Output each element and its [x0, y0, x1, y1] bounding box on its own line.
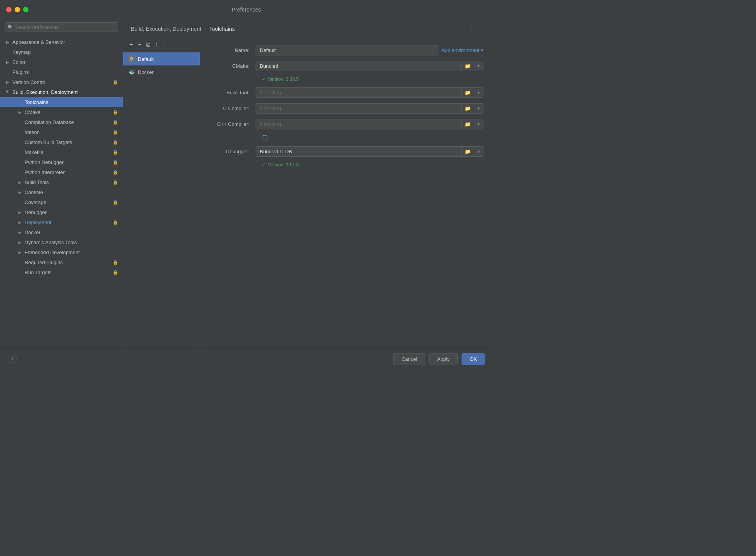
- config-cpp-compiler-select[interactable]: Detecting... 📁 ▾: [256, 119, 483, 129]
- sidebar-item-cmake[interactable]: ▶ CMake 🔒: [0, 107, 123, 117]
- config-build-tool-placeholder: Detecting...: [256, 88, 461, 97]
- sidebar-item-label: CMake: [25, 109, 113, 115]
- add-toolchain-button[interactable]: +: [128, 40, 134, 49]
- sidebar-item-run-targets[interactable]: ▶ Run Targets 🔒: [0, 267, 123, 277]
- remove-toolchain-button[interactable]: −: [136, 40, 142, 49]
- sidebar-item-makefile[interactable]: ▶ Makefile 🔒: [0, 147, 123, 157]
- move-up-toolchain-button[interactable]: ↑: [153, 40, 159, 49]
- expand-arrow-editor: ▶: [5, 59, 11, 65]
- sidebar-item-debugger[interactable]: ▶ Debugger: [0, 207, 123, 217]
- expand-arrow-build-tools: ▶: [17, 179, 23, 185]
- dropdown-arrow-icon[interactable]: ▾: [474, 104, 483, 113]
- sidebar-item-editor[interactable]: ▶ Editor: [0, 57, 123, 67]
- nav-forward-icon[interactable]: →: [479, 25, 485, 32]
- config-panel: Name: Add environment ▾ CMake: Bundled 📁…: [200, 37, 493, 348]
- sidebar-item-console[interactable]: ▶ Console: [0, 187, 123, 197]
- sidebar-item-label: Debugger: [25, 209, 118, 215]
- config-build-tool-select[interactable]: Detecting... 📁 ▾: [256, 87, 483, 98]
- expand-arrow-deployment: ▶: [17, 219, 23, 225]
- bottom-bar: ? Cancel Apply OK: [0, 348, 493, 370]
- sidebar-item-label: Appearance & Behavior: [12, 39, 118, 45]
- folder-icon[interactable]: 📁: [461, 104, 474, 113]
- move-down-toolchain-button[interactable]: ↓: [161, 40, 167, 49]
- sidebar-item-label: Meson: [25, 129, 113, 135]
- title-bar: Preferences: [0, 0, 493, 19]
- copy-toolchain-button[interactable]: ⧉: [144, 40, 152, 49]
- folder-icon[interactable]: 📁: [461, 61, 474, 71]
- minimize-button[interactable]: [15, 7, 20, 12]
- sidebar-item-plugins[interactable]: ▶ Plugins: [0, 67, 123, 77]
- help-button[interactable]: ?: [8, 355, 17, 364]
- folder-icon[interactable]: 📁: [461, 88, 474, 97]
- config-build-tool-label: Build Tool:: [209, 90, 256, 95]
- sidebar-item-dynamic-analysis[interactable]: ▶ Dynamic Analysis Tools: [0, 237, 123, 247]
- sidebar-item-label: Makefile: [25, 149, 113, 155]
- toolchain-entry-default[interactable]: ⚙ Default: [123, 52, 200, 65]
- sidebar-item-embedded-development[interactable]: ▶ Embedded Development: [0, 247, 123, 257]
- sidebar-item-version-control[interactable]: ▶ Version Control 🔒: [0, 77, 123, 87]
- config-c-compiler-label: C Compiler:: [209, 106, 256, 111]
- lock-icon: 🔒: [113, 80, 118, 85]
- lock-icon: 🔒: [113, 270, 118, 275]
- config-c-compiler-select[interactable]: Detecting... 📁 ▾: [256, 103, 483, 114]
- sidebar-item-label: Embedded Development: [25, 250, 118, 255]
- sidebar-item-deployment[interactable]: ▶ Deployment 🔒: [0, 217, 123, 227]
- sidebar-item-label: Required Plugins: [25, 260, 113, 265]
- sidebar-item-build-execution[interactable]: ▶ Build, Execution, Deployment: [0, 87, 123, 97]
- sidebar-item-label: Plugins: [12, 69, 118, 75]
- sidebar: 🔍 ▶ Appearance & Behavior ▶ Keymap ▶ Edi…: [0, 19, 123, 348]
- apply-button[interactable]: Apply: [429, 353, 458, 365]
- sidebar-item-python-debugger[interactable]: ▶ Python Debugger 🔒: [0, 157, 123, 167]
- config-debugger-version: ✓ Version: 19.1.3: [209, 162, 483, 167]
- maximize-button[interactable]: [23, 7, 28, 12]
- config-cmake-value: Bundled: [256, 61, 461, 71]
- lock-icon: 🔒: [113, 200, 118, 205]
- sidebar-item-custom-build-targets[interactable]: ▶ Custom Build Targets 🔒: [0, 137, 123, 147]
- toolchain-entry-docker[interactable]: 🐳 Docker: [123, 65, 200, 79]
- expand-arrow-appearance: ▶: [5, 39, 11, 45]
- check-icon: ✓: [262, 77, 266, 82]
- nav-back-icon[interactable]: ←: [470, 25, 476, 32]
- sidebar-item-meson[interactable]: ▶ Meson 🔒: [0, 127, 123, 137]
- sidebar-item-label: Run Targets: [25, 270, 113, 275]
- sidebar-item-required-plugins[interactable]: ▶ Required Plugins 🔒: [0, 257, 123, 267]
- sidebar-item-label: Console: [25, 189, 118, 195]
- config-cmake-select[interactable]: Bundled 📁 ▾: [256, 61, 483, 71]
- sidebar-item-compilation-database[interactable]: ▶ Compilation Database 🔒: [0, 117, 123, 127]
- breadcrumb-current: Toolchains: [209, 26, 235, 32]
- check-icon: ✓: [262, 162, 266, 167]
- config-name-input[interactable]: [256, 45, 438, 55]
- config-row-cmake: CMake: Bundled 📁 ▾: [209, 61, 483, 71]
- config-row-name: Name: Add environment ▾: [209, 45, 483, 55]
- cancel-button[interactable]: Cancel: [393, 353, 425, 365]
- folder-icon[interactable]: 📁: [461, 147, 474, 156]
- panel-header: Build, Execution, Deployment › Toolchain…: [123, 19, 493, 37]
- search-input[interactable]: [5, 22, 118, 32]
- dropdown-arrow-icon[interactable]: ▾: [474, 88, 483, 97]
- search-wrapper: 🔍: [5, 22, 118, 32]
- lock-icon: 🔒: [113, 170, 118, 175]
- sidebar-item-python-interpreter[interactable]: ▶ Python Interpreter 🔒: [0, 167, 123, 177]
- ok-button[interactable]: OK: [462, 353, 485, 365]
- sidebar-item-docker[interactable]: ▶ Docker: [0, 227, 123, 237]
- sidebar-item-build-tools[interactable]: ▶ Build Tools 🔒: [0, 177, 123, 187]
- toolchain-list-panel: + − ⧉ ↑ ↓ ⚙ Default 🐳 Docker: [123, 37, 200, 348]
- add-environment-button[interactable]: Add environment ▾: [442, 47, 483, 53]
- dropdown-arrow-icon[interactable]: ▾: [474, 147, 483, 156]
- sidebar-item-coverage[interactable]: ▶ Coverage 🔒: [0, 197, 123, 207]
- close-button[interactable]: [6, 7, 12, 12]
- window-title: Preferences: [232, 7, 261, 13]
- lock-icon: 🔒: [113, 120, 118, 125]
- debugger-version-text: Version: 19.1.3: [268, 162, 299, 167]
- sidebar-item-keymap[interactable]: ▶ Keymap: [0, 47, 123, 57]
- toolchain-docker-icon: 🐳: [128, 69, 135, 75]
- toolchain-entry-label: Default: [138, 56, 154, 62]
- sidebar-item-toolchains[interactable]: ▶ Toolchains: [0, 97, 123, 107]
- config-name-input-wrapper: Add environment ▾: [256, 45, 483, 55]
- search-icon: 🔍: [8, 25, 13, 30]
- dropdown-arrow-icon[interactable]: ▾: [474, 61, 483, 71]
- folder-icon[interactable]: 📁: [461, 119, 474, 129]
- config-debugger-select[interactable]: Bundled LLDB 📁 ▾: [256, 146, 483, 157]
- sidebar-item-appearance[interactable]: ▶ Appearance & Behavior: [0, 37, 123, 47]
- dropdown-arrow-icon[interactable]: ▾: [474, 119, 483, 129]
